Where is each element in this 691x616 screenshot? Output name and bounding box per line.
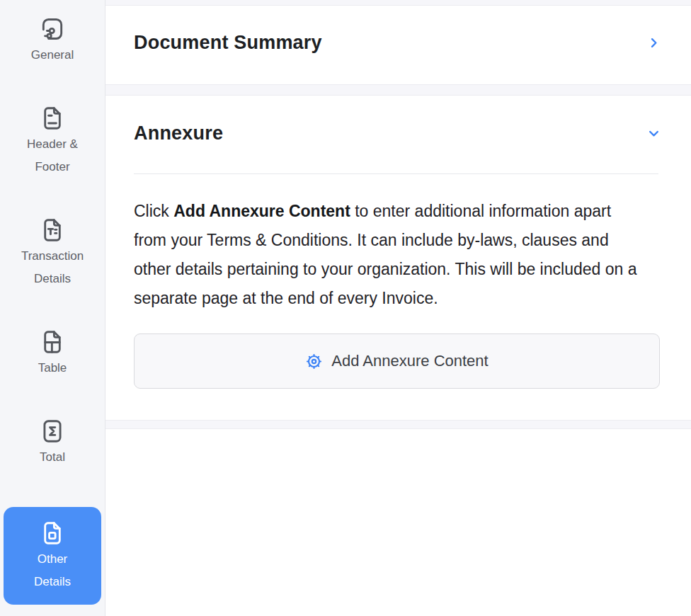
other-details-icon <box>39 520 66 547</box>
annexure-header[interactable]: Annexure <box>134 122 660 144</box>
gear-icon <box>305 353 323 370</box>
document-summary-section: Document Summary <box>105 6 691 84</box>
annexure-description-prefix: Click <box>134 202 173 220</box>
annexure-section: Annexure Click Add Annexure Content to e… <box>105 96 691 420</box>
section-divider-band <box>105 0 691 6</box>
sidebar-item-header-footer[interactable]: Header & Footer <box>17 105 88 178</box>
sidebar-item-transaction-details[interactable]: Transaction Details <box>17 217 88 290</box>
sidebar-item-general[interactable]: General <box>31 16 74 67</box>
sidebar-item-label: Header & Footer <box>17 133 88 178</box>
annexure-description-bold: Add Annexure Content <box>173 202 350 220</box>
sidebar-item-total[interactable]: Total <box>39 418 66 469</box>
document-summary-title: Document Summary <box>134 32 322 54</box>
sidebar-item-label: General <box>31 44 74 67</box>
annexure-description: Click Add Annexure Content to enter addi… <box>134 197 638 313</box>
sidebar-item-label: Other Details <box>20 548 85 593</box>
sidebar: General Header & Footer <box>0 0 105 616</box>
general-icon <box>39 16 66 42</box>
transaction-details-icon <box>39 217 66 244</box>
header-footer-icon <box>39 105 66 132</box>
sidebar-item-label: Total <box>40 446 65 469</box>
document-summary-header[interactable]: Document Summary <box>134 32 660 54</box>
sidebar-item-label: Transaction Details <box>17 245 88 290</box>
chevron-down-icon[interactable] <box>648 127 660 139</box>
sidebar-item-other-details[interactable]: Other Details <box>4 507 101 605</box>
table-icon <box>39 329 66 355</box>
section-divider-band <box>105 420 691 429</box>
section-divider-band <box>105 84 691 96</box>
total-icon <box>39 418 66 445</box>
template-customization-panel: General Header & Footer <box>0 0 691 616</box>
sidebar-item-table[interactable]: Table <box>38 329 67 380</box>
chevron-right-icon[interactable] <box>648 37 660 49</box>
annexure-header-divider <box>134 173 658 174</box>
add-annexure-content-button[interactable]: Add Annexure Content <box>134 333 660 389</box>
add-annexure-content-label: Add Annexure Content <box>331 352 488 370</box>
settings-content: Document Summary Annexure Click A <box>105 0 691 616</box>
annexure-title: Annexure <box>134 122 223 144</box>
sidebar-item-label: Table <box>38 357 67 380</box>
